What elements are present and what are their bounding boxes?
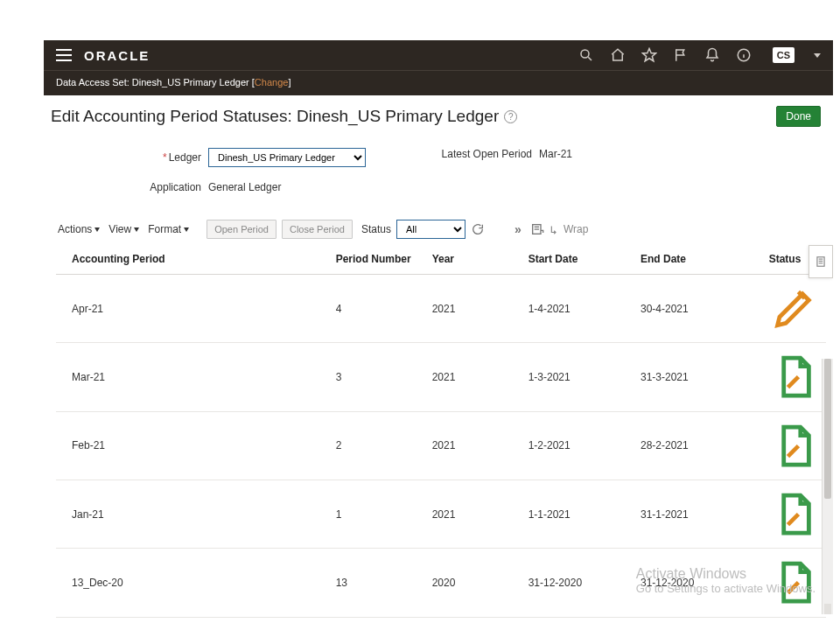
latest-open-value: Mar-21: [539, 148, 572, 160]
cell-year: 2020: [425, 549, 522, 617]
favorites-icon[interactable]: [641, 47, 657, 63]
cell-end: 28-2-2021: [634, 411, 762, 480]
application-value: General Ledger: [208, 181, 281, 193]
doc-open-icon[interactable]: [769, 557, 819, 607]
table-row[interactable]: Dec-201220201-12-202031-12-2020: [56, 617, 826, 630]
cell-year: 2021: [425, 480, 522, 548]
cell-end: 31-12-2020: [634, 549, 762, 617]
col-accounting-period[interactable]: Accounting Period: [56, 244, 329, 275]
table-row[interactable]: 13_Dec-2013202031-12-202031-12-2020: [56, 549, 826, 617]
detach-icon[interactable]: »: [511, 222, 525, 236]
cell-end: 31-12-2020: [634, 617, 762, 630]
doc-open-icon[interactable]: [769, 626, 819, 630]
side-panel-toggle[interactable]: [808, 245, 833, 278]
cell-period: Jan-21: [56, 480, 329, 548]
cell-end: 31-1-2021: [634, 480, 762, 548]
export-icon[interactable]: [530, 222, 544, 236]
periods-table: Accounting Period Period Number Year Sta…: [56, 244, 826, 630]
cell-period: 13_Dec-20: [56, 549, 329, 617]
info-icon[interactable]: [736, 47, 752, 63]
cell-year: 2021: [425, 411, 522, 480]
search-icon[interactable]: [578, 47, 594, 63]
actions-menu[interactable]: Actions: [56, 221, 102, 237]
doc-open-icon[interactable]: [769, 489, 819, 539]
cell-start: 1-1-2021: [522, 480, 634, 548]
cell-start: 1-2-2021: [522, 411, 634, 480]
table-row[interactable]: Apr-21420211-4-202130-4-2021: [56, 275, 826, 343]
flag-icon[interactable]: [673, 47, 689, 63]
format-menu[interactable]: Format: [146, 221, 191, 237]
user-badge[interactable]: CS: [773, 47, 794, 63]
latest-open-label: Latest Open Period: [436, 148, 532, 160]
chevron-down-icon[interactable]: [814, 53, 821, 58]
change-link[interactable]: Change: [255, 77, 289, 88]
data-access-label: Data Access Set:: [56, 77, 132, 88]
cell-end: 30-4-2021: [634, 275, 762, 343]
cell-start: 1-3-2021: [522, 343, 634, 411]
table-row[interactable]: Feb-21220211-2-202128-2-2021: [56, 411, 826, 480]
col-year[interactable]: Year: [425, 244, 522, 275]
wrap-toggle[interactable]: Wrap: [550, 223, 588, 235]
cell-year: 2020: [425, 617, 522, 630]
cell-year: 2021: [425, 275, 522, 343]
view-menu[interactable]: View: [107, 221, 141, 237]
refresh-icon[interactable]: [471, 222, 485, 236]
table-row[interactable]: Jan-21120211-1-202131-1-2021: [56, 480, 826, 548]
application-label: Application: [149, 181, 201, 193]
home-icon[interactable]: [610, 47, 626, 63]
data-access-bar: Data Access Set: Dinesh_US Primary Ledge…: [44, 70, 833, 95]
cell-start: 1-12-2020: [522, 617, 634, 630]
menu-icon[interactable]: [56, 49, 72, 61]
table-row[interactable]: Mar-21320211-3-202131-3-2021: [56, 343, 826, 411]
cell-number: 1: [329, 480, 425, 548]
brand-logo: ORACLE: [84, 48, 150, 63]
status-select[interactable]: All: [396, 220, 466, 239]
data-access-value: Dinesh_US Primary Ledger: [132, 77, 249, 88]
col-start-date[interactable]: Start Date: [522, 244, 634, 275]
status-label: Status: [361, 223, 391, 235]
ledger-label: Ledger: [169, 151, 201, 164]
cell-year: 2021: [425, 343, 522, 411]
cell-period: Dec-20: [56, 617, 329, 630]
cell-start: 1-4-2021: [522, 275, 634, 343]
col-period-number[interactable]: Period Number: [329, 244, 425, 275]
bell-icon[interactable]: [704, 47, 720, 63]
ledger-select[interactable]: Dinesh_US Primary Ledger: [208, 148, 366, 167]
doc-open-icon[interactable]: [769, 352, 819, 402]
cell-start: 31-12-2020: [522, 549, 634, 617]
cell-number: 4: [329, 275, 425, 343]
cell-number: 2: [329, 411, 425, 480]
cell-period: Mar-21: [56, 343, 329, 411]
vertical-scrollbar[interactable]: [822, 359, 833, 614]
done-button[interactable]: Done: [776, 106, 821, 127]
svg-line-1: [588, 57, 592, 60]
col-end-date[interactable]: End Date: [634, 244, 762, 275]
close-period-button[interactable]: Close Period: [282, 220, 353, 239]
open-period-button[interactable]: Open Period: [206, 220, 276, 239]
cell-period: Apr-21: [56, 275, 329, 343]
cell-end: 31-3-2021: [634, 343, 762, 411]
doc-open-icon[interactable]: [769, 421, 819, 471]
svg-point-0: [581, 50, 589, 58]
cell-number: 13: [329, 549, 425, 617]
svg-marker-2: [642, 49, 655, 61]
page-title: Edit Accounting Period Statuses: Dinesh_…: [51, 107, 499, 126]
global-header: ORACLE CS: [44, 40, 833, 70]
pencil-icon[interactable]: [769, 284, 819, 333]
cell-number: 3: [329, 343, 425, 411]
help-icon[interactable]: ?: [504, 110, 517, 123]
cell-period: Feb-21: [56, 411, 329, 480]
cell-number: 12: [329, 617, 425, 630]
